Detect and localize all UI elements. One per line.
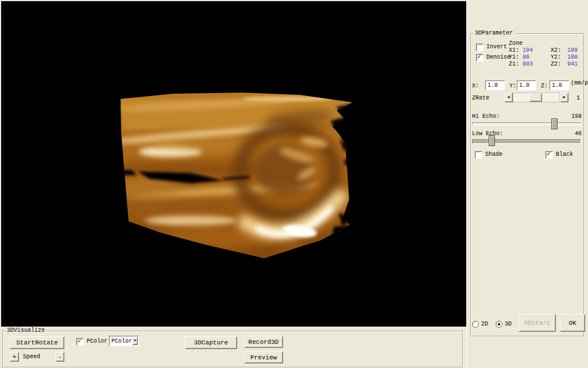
hi-echo-slider-track[interactable] <box>472 122 581 125</box>
scale-unit-label: (mm/p) <box>571 80 588 87</box>
zone-y1-value: 96 <box>523 54 529 61</box>
record3d-button[interactable]: Record3D <box>244 336 283 348</box>
hi-echo-value: 198 <box>571 113 582 120</box>
preview-button[interactable]: Preview <box>244 351 283 363</box>
zone-label: Zone <box>509 40 523 47</box>
zrate-scrollbar-track[interactable] <box>513 93 560 102</box>
speed-plus-button[interactable]: + <box>10 352 19 362</box>
pcolor-checkbox[interactable]: ✓ <box>76 338 84 346</box>
scroll-left-glyph: ◄ <box>507 95 509 99</box>
pcolor-dropdown-value: PColor <box>110 338 132 344</box>
scroll-left-arrow-icon[interactable]: ◄ <box>504 93 513 102</box>
zone-z2-label: Z2: <box>551 61 561 68</box>
low-echo-slider-thumb[interactable] <box>489 135 495 146</box>
scale-y-label: Y: <box>509 83 516 90</box>
mode-2d-label: 2D <box>481 321 488 328</box>
checkmark-icon: ✓ <box>547 151 551 158</box>
application-window: 3DParameter ✓ Invert ✓ Denoise Zone X1: … <box>0 0 588 368</box>
scroll-right-glyph: ► <box>563 95 565 99</box>
pcolor-dropdown[interactable]: PColor ▼ <box>109 336 139 346</box>
speed-minus-button[interactable]: - <box>55 352 64 362</box>
scale-x-input[interactable] <box>485 80 505 90</box>
zrate-scrollbar[interactable]: ◄ ► <box>504 93 568 102</box>
render-viewport[interactable] <box>1 1 466 327</box>
zone-z1-value: 803 <box>523 61 533 68</box>
zone-z1-label: Z1: <box>509 61 519 68</box>
zone-x1-value: 104 <box>523 47 533 54</box>
parameter-groupbox-title: 3DParameter <box>473 30 514 36</box>
scale-z-input[interactable] <box>550 80 569 90</box>
zrate-value: 1 <box>577 95 580 102</box>
checkmark-icon: ✓ <box>78 338 82 345</box>
zone-x2-label: X2: <box>551 47 561 54</box>
denoise-label: Denoise <box>486 54 510 61</box>
visualize-toolbar: 3DVisualize StartRotate + Speed - ✓ PCol… <box>0 327 466 368</box>
shade-label: Shade <box>485 151 502 158</box>
checkmark-icon: ✓ <box>477 53 481 61</box>
ok-button[interactable]: OK <box>560 314 585 332</box>
parameter-groupbox: 3DParameter ✓ Invert ✓ Denoise Zone X1: … <box>470 33 584 336</box>
hi-echo-slider-thumb[interactable] <box>551 118 558 129</box>
scale-x-label: X: <box>472 83 479 90</box>
invert-label: Invert <box>486 44 507 51</box>
zrate-label: ZRate <box>472 95 489 102</box>
parameter-sidebar: 3DParameter ✓ Invert ✓ Denoise Zone X1: … <box>466 0 588 368</box>
mode-3d-label: 3D <box>505 321 512 328</box>
radio-dot <box>498 323 500 325</box>
low-echo-label: Low Echo: <box>472 131 503 137</box>
low-echo-value: 46 <box>575 131 582 137</box>
dropdown-arrow-glyph: ▼ <box>134 339 136 343</box>
dropdown-arrow-icon[interactable]: ▼ <box>132 337 138 345</box>
denoise-checkbox[interactable]: ✓ <box>476 54 483 62</box>
visualize-groupbox-title: 3DVisualize <box>5 327 47 334</box>
pcolor-label: PColor <box>87 338 107 345</box>
mode-2d-radio[interactable] <box>472 321 479 328</box>
zone-x2-value: 189 <box>567 47 578 54</box>
scale-z-label: Z: <box>541 83 548 90</box>
mode-3d-radio[interactable] <box>496 321 502 328</box>
black-checkbox[interactable]: ✓ <box>546 151 553 159</box>
speed-label: Speed <box>23 354 40 361</box>
hi-echo-label: Hi Echo: <box>472 113 500 120</box>
black-label: Black <box>556 151 573 158</box>
zone-z2-value: 941 <box>567 61 578 68</box>
zone-y2-label: Y2: <box>551 54 561 61</box>
zone-x1-label: X1: <box>509 47 519 54</box>
invert-checkbox[interactable]: ✓ <box>476 44 483 51</box>
zone-y2-value: 180 <box>567 54 578 61</box>
3dcapture-button[interactable]: 3DCapture <box>185 336 237 349</box>
zone-y1-label: Y1: <box>509 54 519 61</box>
shade-checkbox[interactable]: ✓ <box>475 151 482 159</box>
low-echo-slider-track[interactable] <box>472 139 581 144</box>
volume-render-3d <box>1 1 466 327</box>
scroll-right-arrow-icon[interactable]: ► <box>560 93 568 102</box>
zrate-scrollbar-thumb[interactable] <box>529 93 542 102</box>
scale-y-input[interactable] <box>517 80 536 90</box>
3dstart-button[interactable]: 3DStart <box>519 314 556 332</box>
start-rotate-button[interactable]: StartRotate <box>10 336 64 349</box>
